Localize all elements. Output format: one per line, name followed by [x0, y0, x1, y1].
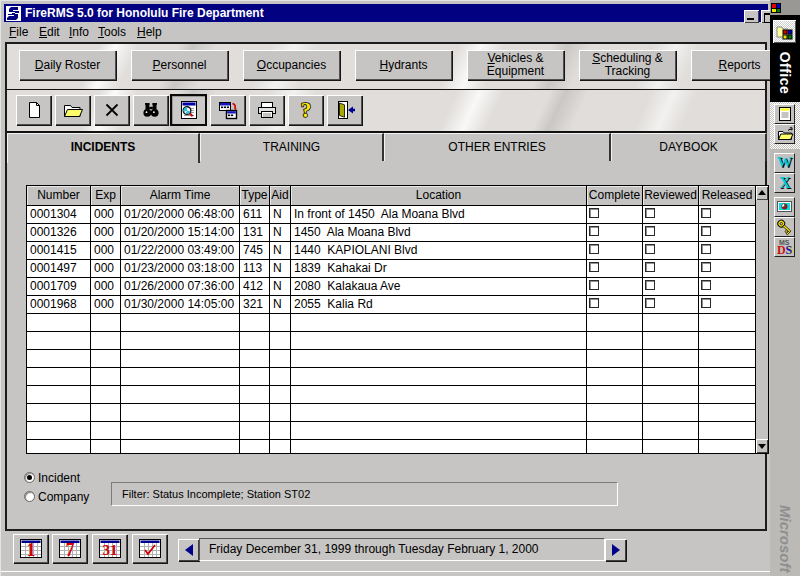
svg-text:1: 1 — [26, 540, 35, 560]
svg-text:7: 7 — [65, 540, 74, 560]
svg-text:?: ? — [300, 98, 311, 122]
svg-text:S: S — [785, 243, 792, 257]
svg-text:W: W — [777, 154, 792, 170]
svg-text:31: 31 — [102, 542, 117, 558]
svg-text:X: X — [779, 174, 791, 191]
